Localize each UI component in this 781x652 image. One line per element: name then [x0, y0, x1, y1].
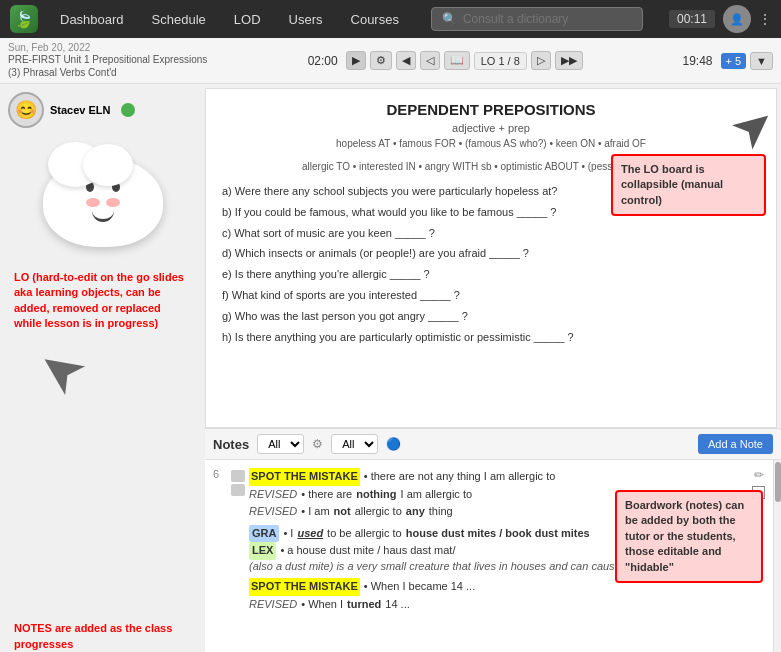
spot-text-2: • When I became 14 ...: [364, 578, 475, 596]
revised-label-1: REVISED: [249, 486, 297, 504]
note-icon-2: [231, 484, 245, 496]
filter-icon-1: ⚙: [312, 437, 323, 451]
revised-bold-1: nothing: [356, 486, 396, 504]
notes-header: Notes All ⚙ All 🔵 Add a Note: [205, 428, 781, 460]
gra-bold-dust: house dust mites / book dust mites: [406, 525, 590, 543]
notes-annotation-text: NOTES are added as the class progresses: [8, 617, 197, 652]
more-menu-icon[interactable]: ⋮: [759, 12, 771, 26]
playback-controls: 02:00 ▶ ⚙ ◀ ◁ 📖 LO 1 / 8 ▷ ▶▶: [214, 51, 672, 70]
dictionary-search[interactable]: 🔍: [431, 7, 643, 31]
nav-schedule[interactable]: Schedule: [146, 8, 212, 31]
revised-label-3: REVISED: [249, 596, 297, 614]
next-button[interactable]: ▷: [531, 51, 551, 70]
slide-title: DEPENDENT PREPOSITIONS: [222, 101, 760, 118]
notes-filter-2[interactable]: All: [331, 434, 378, 454]
revised-bold-not: not: [334, 503, 351, 521]
notes-section: Notes All ⚙ All 🔵 Add a Note 6: [205, 428, 781, 652]
next-alt-button[interactable]: ▶▶: [555, 51, 583, 70]
add-note-button[interactable]: Add a Note: [698, 434, 773, 454]
user-avatar-img: 😊: [8, 92, 44, 128]
nav-dashboard[interactable]: Dashboard: [54, 8, 130, 31]
note-revised-3: REVISED • When I turned 14 ...: [249, 596, 748, 614]
question-g: g) Who was the last person you got angry…: [222, 307, 760, 327]
notes-scrollbar[interactable]: [773, 460, 781, 652]
cloud-cheeks: [86, 198, 120, 207]
revised-text-2c: thing: [429, 503, 453, 521]
lex-label: LEX: [249, 542, 276, 560]
user-avatar[interactable]: 👤: [723, 5, 751, 33]
lex-text: • a house dust mite / haus dast mat/: [280, 542, 455, 560]
gra-label: GRA: [249, 525, 279, 543]
date-label: Sun, Feb 20, 2022: [8, 42, 208, 53]
notes-title: Notes: [213, 437, 249, 452]
left-panel: 😊 Stacev ELN LO (hard-to-edit o: [0, 84, 205, 652]
revised-label-2: REVISED: [249, 503, 297, 521]
play-button[interactable]: ▶: [346, 51, 366, 70]
left-cheek-icon: [86, 198, 100, 207]
plus-five-badge: + 5: [721, 53, 747, 69]
search-icon: 🔍: [442, 12, 457, 26]
user-avatar-wrap: 😊: [8, 92, 44, 128]
revised-text-3b: 14 ...: [385, 596, 409, 614]
spot-mistake-label-2: SPOT THE MISTAKE: [249, 578, 360, 596]
slide-examples-1: hopeless AT • famous FOR • (famous AS wh…: [222, 136, 760, 151]
cloud-mouth-icon: [92, 211, 114, 222]
collapse-button[interactable]: ▼: [750, 52, 773, 70]
online-status-icon: [121, 103, 135, 117]
right-cheek-icon: [106, 198, 120, 207]
gra-text-1: • I: [283, 525, 293, 543]
gra-used: used: [297, 525, 323, 543]
lo-annotation-text: LO (hard-to-edit on the go slides aka le…: [8, 266, 197, 336]
revised-text-2a: • I am: [301, 503, 329, 521]
nav-users[interactable]: Users: [283, 8, 329, 31]
notes-filter-1[interactable]: All: [257, 434, 304, 454]
sub-navigation: Sun, Feb 20, 2022 PRE-FIRST Unit 1 Prepo…: [0, 38, 781, 84]
slide-content: ➤ The LO board is collapsible (manual co…: [205, 88, 777, 428]
question-c: c) What sort of music are you keen _____…: [222, 224, 760, 244]
right-time-controls: 19:48 + 5 ▼: [678, 52, 773, 70]
slide-subtitle: adjective + prep: [222, 122, 760, 134]
revised-text-1a: • there are: [301, 486, 352, 504]
prev-alt-button[interactable]: ◁: [420, 51, 440, 70]
spot-mistake-label-1: SPOT THE MISTAKE: [249, 468, 360, 486]
cloud-bump-right: [83, 144, 133, 186]
arrow-lo-icon: ➤: [26, 335, 95, 406]
bookmark-button[interactable]: 📖: [444, 51, 470, 70]
filter-icon-2: 🔵: [386, 437, 401, 451]
question-h: h) Is there anything you are particularl…: [222, 328, 760, 348]
top-navigation: 🍃 Dashboard Schedule LOD Users Courses 🔍…: [0, 0, 781, 38]
nav-lod[interactable]: LOD: [228, 8, 267, 31]
note-spot-1: SPOT THE MISTAKE • there are not any thi…: [249, 468, 748, 486]
right-panel: ➤ The LO board is collapsible (manual co…: [205, 84, 781, 652]
note-number: 6: [213, 468, 227, 480]
spot-text-1: • there are not any thing I am allergic …: [364, 468, 556, 486]
app-logo: 🍃: [10, 5, 38, 33]
revised-bold-any: any: [406, 503, 425, 521]
notes-outer: 6 SPOT THE MISTAKE • there are not any t…: [205, 460, 781, 652]
revised-text-1b: I am allergic to: [401, 486, 473, 504]
breadcrumb: PRE-FIRST Unit 1 Prepositional Expressio…: [8, 53, 208, 79]
lo-indicator: LO 1 / 8: [474, 52, 527, 70]
note-icon-1: [231, 470, 245, 482]
prev-button[interactable]: ◀: [396, 51, 416, 70]
nav-courses[interactable]: Courses: [345, 8, 405, 31]
question-f: f) What kind of sports are you intereste…: [222, 286, 760, 306]
settings-button[interactable]: ⚙: [370, 51, 392, 70]
gra-text-2: to be allergic to: [327, 525, 402, 543]
revised-text-3a: • When I: [301, 596, 343, 614]
revised-bold-turned: turned: [347, 596, 381, 614]
revised-text-2b: allergic to: [355, 503, 402, 521]
edit-note-icon[interactable]: ✏: [754, 468, 764, 482]
boardwork-annotation: Boardwork (notes) can be added by both t…: [615, 490, 763, 583]
session-timer: 00:11: [669, 10, 715, 28]
time-left-display: 02:00: [304, 54, 342, 68]
breadcrumb-area: Sun, Feb 20, 2022 PRE-FIRST Unit 1 Prepo…: [8, 42, 208, 79]
question-e: e) Is there anything you're allergic ___…: [222, 265, 760, 285]
username-label: Stacev ELN: [50, 104, 111, 116]
time-right-display: 19:48: [678, 54, 716, 68]
scroll-thumb[interactable]: [775, 462, 781, 502]
cloud-avatar-area: [38, 142, 168, 252]
lo-board-annotation: The LO board is collapsible (manual cont…: [611, 154, 766, 216]
search-input[interactable]: [463, 12, 632, 26]
user-info-bar: 😊 Stacev ELN: [8, 92, 197, 128]
